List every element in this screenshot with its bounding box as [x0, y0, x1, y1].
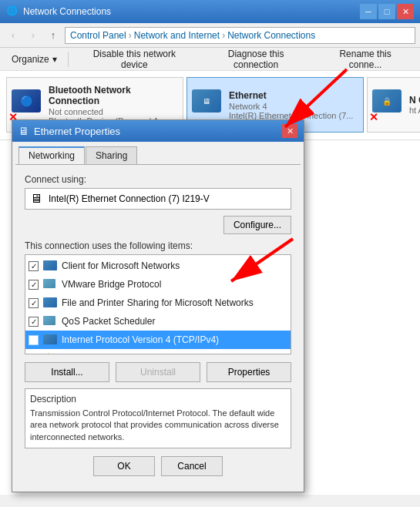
- adapter-icon: 🖥: [30, 192, 42, 206]
- item-checkbox[interactable]: [29, 298, 39, 308]
- item-label: QoS Packet Scheduler: [62, 316, 155, 327]
- item-icon: [43, 353, 57, 354]
- path-network-connections[interactable]: Network Connections: [227, 30, 315, 41]
- item-checkbox[interactable]: [29, 317, 39, 327]
- item-icon: [43, 260, 57, 271]
- vpn-card-icon: 🔒 ✕: [372, 89, 403, 120]
- ethernet-card-info: Ethernet Network 4 Intel(R) Ethernet Con…: [229, 90, 358, 120]
- uninstall-button[interactable]: Uninstall: [116, 362, 200, 382]
- item-label: VMware Bridge Protocol: [62, 279, 161, 290]
- organize-button[interactable]: Organize ▾: [5, 50, 64, 69]
- item-label: File and Printer Sharing for Microsoft N…: [62, 297, 254, 308]
- adapter-row: 🖥 Intel(R) Ethernet Connection (7) I219-…: [25, 188, 291, 210]
- vpn-card-device: ht Adapter - VPN: [409, 106, 420, 115]
- path-control-panel[interactable]: Control Panel: [70, 30, 126, 41]
- item-icon: [43, 279, 57, 290]
- bluetooth-card-icon: 🔵 ✕: [12, 89, 42, 120]
- disable-device-button[interactable]: Disable this network device: [72, 50, 197, 69]
- item-icon: [43, 334, 57, 345]
- connect-using-label: Connect using:: [25, 174, 291, 185]
- item-checkbox[interactable]: [29, 280, 39, 290]
- minimize-button[interactable]: ─: [360, 4, 377, 19]
- configure-button[interactable]: Configure...: [223, 216, 291, 234]
- vpn-disconnected-icon: ✕: [369, 111, 378, 123]
- item-icon: [43, 316, 57, 327]
- back-button[interactable]: ‹: [5, 27, 22, 44]
- tab-sharing[interactable]: Sharing: [86, 146, 137, 164]
- title-bar: 🌐 Network Connections ─ □ ✕: [0, 0, 420, 23]
- dialog-tabs: Networking Sharing: [12, 142, 304, 164]
- toolbar: Organize ▾ Disable this network device D…: [0, 48, 420, 71]
- vpn-card-info: N Client ht Adapter - VPN: [409, 95, 420, 115]
- title-bar-controls: ─ □ ✕: [360, 4, 414, 19]
- item-label: SoftEther Lightweight Network Protocol: [62, 353, 223, 354]
- close-button[interactable]: ✕: [397, 4, 414, 19]
- item-checkbox[interactable]: [29, 335, 39, 345]
- configure-button-container: Configure...: [25, 216, 291, 234]
- network-card-vpn[interactable]: 🔒 ✕ N Client ht Adapter - VPN: [367, 77, 420, 133]
- description-label: Description: [30, 394, 286, 405]
- forward-button[interactable]: ›: [25, 27, 42, 44]
- ethernet-properties-dialog: 🖥 Ethernet Properties ✕ Networking Shari…: [12, 119, 304, 492]
- list-item[interactable]: Client for Microsoft Networks: [25, 257, 291, 275]
- bt-card-status: Not connected: [49, 107, 178, 116]
- item-checkbox[interactable]: [29, 354, 39, 355]
- items-list: Client for Microsoft NetworksVMware Brid…: [25, 255, 291, 354]
- ok-button[interactable]: OK: [93, 456, 155, 476]
- adapter-name: Intel(R) Ethernet Connection (7) I219-V: [49, 193, 286, 204]
- list-item[interactable]: SoftEther Lightweight Network Protocol: [25, 349, 291, 354]
- up-button[interactable]: ↑: [45, 27, 62, 44]
- tab-networking[interactable]: Networking: [18, 146, 85, 164]
- items-label: This connection uses the following items…: [25, 240, 291, 251]
- list-item[interactable]: QoS Packet Scheduler: [25, 312, 291, 331]
- list-item[interactable]: File and Printer Sharing for Microsoft N…: [25, 294, 291, 312]
- window-title: Network Connections: [23, 6, 360, 17]
- item-checkbox[interactable]: [29, 261, 39, 271]
- diagnose-button[interactable]: Diagnose this connection: [198, 50, 314, 69]
- bluetooth-icon: 🔵: [12, 89, 41, 112]
- list-item[interactable]: Internet Protocol Version 4 (TCP/IPv4): [25, 331, 291, 349]
- list-item[interactable]: VMware Bridge Protocol: [25, 275, 291, 294]
- dialog-title-bar: 🖥 Ethernet Properties ✕: [12, 120, 304, 142]
- maximize-button[interactable]: □: [378, 4, 395, 19]
- toolbar-separator: [68, 52, 69, 67]
- item-label: Client for Microsoft Networks: [62, 260, 180, 271]
- vpn-icon: 🔒: [372, 89, 402, 112]
- properties-button[interactable]: Properties: [207, 362, 291, 382]
- install-button[interactable]: Install...: [25, 362, 109, 382]
- eth-card-name: Ethernet: [229, 90, 358, 101]
- path-network-internet[interactable]: Network and Internet: [134, 30, 220, 41]
- address-bar: ‹ › ↑ Control Panel › Network and Intern…: [0, 23, 420, 48]
- items-list-container: Client for Microsoft NetworksVMware Brid…: [25, 254, 291, 354]
- ethernet-card-icon: 🖥: [192, 89, 223, 120]
- ok-cancel-row: OK Cancel: [25, 456, 291, 482]
- description-text: Transmission Control Protocol/Internet P…: [30, 408, 286, 443]
- dialog-title-icon: 🖥: [18, 125, 29, 137]
- ethernet-icon: 🖥: [192, 89, 221, 112]
- dialog-content: Connect using: 🖥 Intel(R) Ethernet Conne…: [15, 164, 301, 492]
- cancel-button[interactable]: Cancel: [161, 456, 223, 476]
- rename-button[interactable]: Rename this conne...: [315, 50, 415, 69]
- eth-card-device: Intel(R) Ethernet Connection (7...: [229, 111, 358, 120]
- dialog-close-button[interactable]: ✕: [282, 124, 297, 138]
- address-path: Control Panel › Network and Internet › N…: [65, 27, 415, 44]
- description-box: Description Transmission Control Protoco…: [25, 388, 291, 448]
- eth-card-subtitle: Network 4: [229, 102, 358, 111]
- item-icon: [43, 297, 57, 308]
- bt-card-name: Bluetooth Network Connection: [49, 85, 178, 106]
- window-icon: 🌐: [6, 5, 18, 18]
- vpn-card-name: N Client: [409, 95, 420, 106]
- iun-row: Install... Uninstall Properties: [25, 362, 291, 382]
- item-label: Internet Protocol Version 4 (TCP/IPv4): [62, 334, 219, 345]
- dialog-title-text: Ethernet Properties: [34, 126, 282, 137]
